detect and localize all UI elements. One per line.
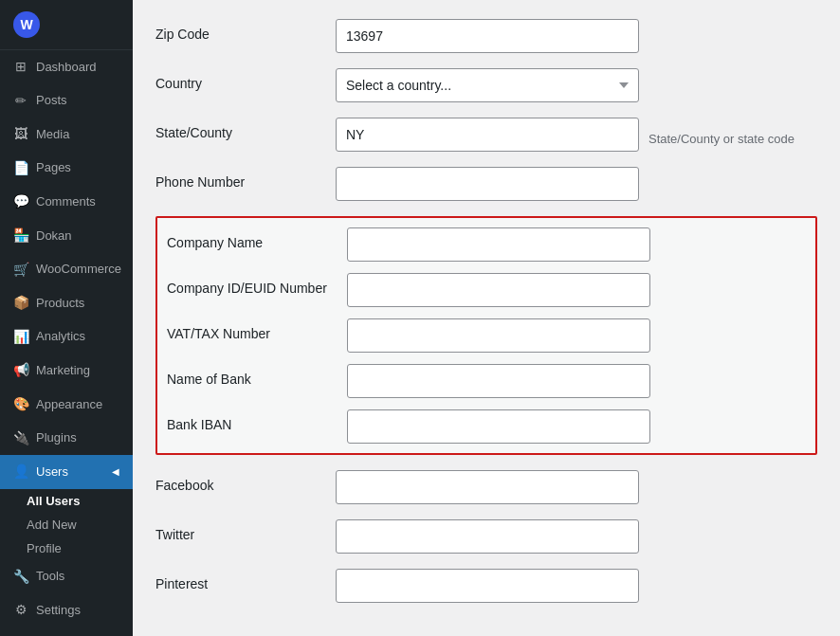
zip-code-input[interactable] <box>336 19 639 53</box>
bank-iban-field <box>347 409 806 444</box>
pinterest-row: Pinterest <box>155 569 817 603</box>
sidebar-item-label: Appearance <box>36 396 102 413</box>
sidebar-subitem-profile[interactable]: Profile <box>0 536 133 560</box>
bank-iban-row: Bank IBAN <box>167 409 806 444</box>
facebook-field <box>336 470 817 504</box>
vat-field <box>347 318 806 353</box>
sidebar-item-settings[interactable]: ⚙ Settings <box>0 593 133 627</box>
settings-icon: ⚙ <box>13 601 28 620</box>
bank-name-row: Name of Bank <box>167 364 806 398</box>
marketing-icon: 📢 <box>13 361 28 380</box>
state-row: State/County State/County or state code <box>155 118 817 152</box>
sidebar-item-users[interactable]: 👤 Users ◀ <box>0 455 133 489</box>
users-submenu: All Users Add New Profile <box>0 489 133 560</box>
sidebar-item-label: Dokan <box>36 227 72 245</box>
sidebar-item-label: Posts <box>36 92 67 109</box>
state-field: State/County or state code <box>336 118 817 152</box>
facebook-input[interactable] <box>336 470 639 504</box>
sidebar-subitem-all-users[interactable]: All Users <box>0 489 133 513</box>
sidebar-item-label: Analytics <box>36 328 85 345</box>
pinterest-label: Pinterest <box>155 569 336 591</box>
sidebar-item-posts[interactable]: ✏ Posts <box>0 84 133 118</box>
comments-icon: 💬 <box>13 192 28 211</box>
sidebar-item-woocommerce[interactable]: 🛒 WooCommerce <box>0 253 133 287</box>
company-name-field <box>347 227 806 262</box>
sidebar-item-appearance[interactable]: 🎨 Appearance <box>0 388 133 422</box>
twitter-field <box>336 519 817 554</box>
phone-field <box>336 167 817 201</box>
sidebar-item-comments[interactable]: 💬 Comments <box>0 185 133 219</box>
sidebar-item-dashboard[interactable]: ⊞ Dashboard <box>0 50 133 84</box>
bank-name-input[interactable] <box>347 364 650 398</box>
sidebar-item-wphide[interactable]: 👁 WP Hide <box>0 627 133 636</box>
sidebar-item-label: Media <box>36 126 69 143</box>
company-id-row: Company ID/EUID Number <box>167 273 806 307</box>
country-field: Select a country... <box>336 68 817 102</box>
woocommerce-icon: 🛒 <box>13 261 28 280</box>
sidebar-item-pages[interactable]: 📄 Pages <box>0 152 133 186</box>
sidebar-logo: W <box>0 0 133 50</box>
dokan-icon: 🏪 <box>13 227 28 245</box>
sidebar-item-label: Users <box>36 463 68 481</box>
company-id-label: Company ID/EUID Number <box>167 273 347 296</box>
country-row: Country Select a country... <box>155 68 817 102</box>
dashboard-icon: ⊞ <box>13 58 28 77</box>
plugins-icon: 🔌 <box>13 429 28 448</box>
users-arrow-icon: ◀ <box>112 465 119 479</box>
sidebar-item-media[interactable]: 🖼 Media <box>0 118 133 152</box>
posts-icon: ✏ <box>13 92 28 111</box>
pinterest-field <box>336 569 817 603</box>
company-id-field <box>347 273 806 307</box>
appearance-icon: 🎨 <box>13 395 28 414</box>
bank-name-label: Name of Bank <box>167 364 347 387</box>
phone-row: Phone Number <box>155 167 817 201</box>
sidebar-subitem-add-new[interactable]: Add New <box>0 513 133 536</box>
sidebar-item-label: Comments <box>36 193 96 210</box>
bank-name-field <box>347 364 806 398</box>
sidebar-item-label: WooCommerce <box>36 261 121 278</box>
facebook-label: Facebook <box>155 470 336 493</box>
sidebar-item-label: Products <box>36 295 84 312</box>
main-content: Zip Code Country Select a country... Sta… <box>133 0 840 636</box>
sidebar-item-tools[interactable]: 🔧 Tools <box>0 560 133 594</box>
sidebar-item-label: Tools <box>36 568 64 585</box>
sidebar-item-label: Plugins <box>36 429 77 446</box>
twitter-label: Twitter <box>155 519 336 542</box>
bank-iban-label: Bank IBAN <box>167 409 347 432</box>
sidebar-item-label: Settings <box>36 602 81 619</box>
zip-code-label: Zip Code <box>155 19 336 42</box>
sidebar: W ⊞ Dashboard ✏ Posts 🖼 Media 📄 Pages 💬 … <box>0 0 133 636</box>
state-hint: State/County or state code <box>648 124 794 146</box>
state-label: State/County <box>155 118 336 140</box>
country-label: Country <box>155 68 336 91</box>
twitter-row: Twitter <box>155 519 817 554</box>
company-name-label: Company Name <box>167 227 347 250</box>
wp-logo-icon: W <box>13 11 40 38</box>
bank-iban-input[interactable] <box>347 409 650 444</box>
phone-input[interactable] <box>336 167 639 201</box>
sidebar-item-products[interactable]: 📦 Products <box>0 286 133 320</box>
zip-code-field <box>336 19 817 53</box>
sidebar-item-plugins[interactable]: 🔌 Plugins <box>0 422 133 456</box>
pinterest-input[interactable] <box>336 569 639 603</box>
zip-code-row: Zip Code <box>155 19 817 53</box>
company-name-row: Company Name <box>167 227 806 262</box>
state-input[interactable] <box>336 118 639 152</box>
business-info-section: Company Name Company ID/EUID Number VAT/… <box>155 216 817 455</box>
country-select[interactable]: Select a country... <box>336 68 639 102</box>
twitter-input[interactable] <box>336 519 639 554</box>
company-name-input[interactable] <box>347 227 650 262</box>
sidebar-item-label: Marketing <box>36 362 90 379</box>
sidebar-item-label: Dashboard <box>36 59 97 76</box>
vat-input[interactable] <box>347 318 650 353</box>
media-icon: 🖼 <box>13 125 28 144</box>
products-icon: 📦 <box>13 294 28 313</box>
facebook-row: Facebook <box>155 470 817 504</box>
company-id-input[interactable] <box>347 273 650 307</box>
sidebar-item-marketing[interactable]: 📢 Marketing <box>0 354 133 388</box>
users-icon: 👤 <box>13 463 28 482</box>
sidebar-item-dokan[interactable]: 🏪 Dokan <box>0 219 133 253</box>
sidebar-item-analytics[interactable]: 📊 Analytics <box>0 320 133 354</box>
sidebar-item-label: Pages <box>36 159 71 176</box>
vat-row: VAT/TAX Number <box>167 318 806 353</box>
